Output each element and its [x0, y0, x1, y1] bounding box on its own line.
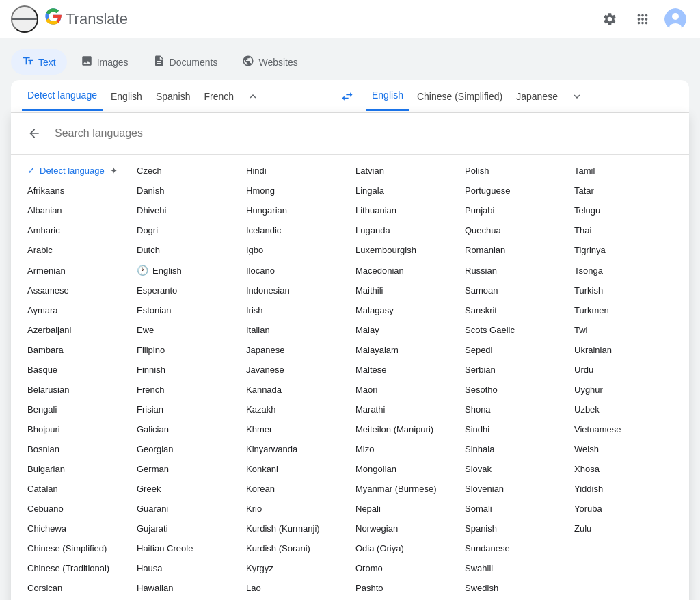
source-chevron-button[interactable] [242, 86, 264, 107]
list-item[interactable]: Yiddish [569, 479, 678, 499]
list-item[interactable]: Assamese [22, 281, 131, 300]
list-item[interactable]: Samoan [459, 281, 569, 300]
list-item[interactable]: Indonesian [241, 281, 350, 300]
list-item[interactable]: Sepedi [459, 340, 569, 360]
list-item[interactable]: Ewe [131, 320, 241, 340]
list-item[interactable]: Maithili [350, 281, 459, 300]
tab-documents[interactable]: Documents [142, 49, 229, 75]
swap-languages-button[interactable] [334, 83, 361, 110]
list-item[interactable]: Bulgarian [22, 459, 131, 479]
list-item[interactable]: Catalan [22, 479, 131, 499]
list-item[interactable]: Portuguese [459, 181, 569, 200]
list-item[interactable]: Scots Gaelic [459, 320, 569, 340]
list-item[interactable]: Latvian [350, 160, 459, 181]
list-item[interactable]: Welsh [569, 439, 678, 459]
list-item[interactable]: Ilocano [241, 260, 350, 281]
list-item[interactable]: Igbo [241, 240, 350, 260]
list-item[interactable]: Turkish [569, 281, 678, 300]
list-item[interactable]: Nepali [350, 499, 459, 519]
list-item[interactable]: Luxembourgish [350, 240, 459, 260]
list-item[interactable]: Korean [241, 479, 350, 499]
account-button[interactable] [662, 5, 689, 33]
list-item[interactable]: Finnish [131, 360, 241, 380]
tab-images[interactable]: Images [70, 49, 139, 75]
list-item[interactable]: Amharic [22, 220, 131, 240]
list-item[interactable]: Slovak [459, 459, 569, 479]
list-item[interactable]: Odia (Oriya) [350, 538, 459, 558]
list-item[interactable]: Krio [241, 499, 350, 519]
list-item[interactable]: Slovenian [459, 479, 569, 499]
list-item[interactable]: Hausa [131, 558, 241, 578]
list-item[interactable]: Xhosa [569, 459, 678, 479]
list-item[interactable]: Turkmen [569, 300, 678, 320]
target-chevron-button[interactable] [566, 86, 588, 107]
list-item[interactable]: Swahili [459, 558, 569, 578]
list-item[interactable]: Galician [131, 419, 241, 439]
list-item[interactable]: ✓Detect language✦ [22, 160, 131, 181]
hamburger-menu-button[interactable] [11, 5, 38, 33]
list-item[interactable]: Czech [131, 160, 241, 181]
list-item[interactable]: Javanese [241, 360, 350, 380]
list-item[interactable]: Georgian [131, 439, 241, 459]
list-item[interactable]: Vietnamese [569, 419, 678, 439]
list-item[interactable]: Russian [459, 260, 569, 281]
list-item[interactable]: Kinyarwanda [241, 439, 350, 459]
list-item[interactable]: Telugu [569, 200, 678, 220]
list-item[interactable]: Thai [569, 220, 678, 240]
list-item[interactable]: Shona [459, 400, 569, 419]
list-item[interactable]: Bambara [22, 340, 131, 360]
list-item[interactable]: Bosnian [22, 439, 131, 459]
target-english-button[interactable]: English [366, 81, 409, 111]
list-item[interactable]: Kazakh [241, 400, 350, 419]
list-item[interactable]: Kyrgyz [241, 558, 350, 578]
list-item[interactable]: Kannada [241, 380, 350, 400]
list-item[interactable]: Hungarian [241, 200, 350, 220]
list-item[interactable]: Twi [569, 320, 678, 340]
list-item[interactable]: Gujarati [131, 519, 241, 538]
list-item[interactable]: Swedish [459, 578, 569, 598]
list-item[interactable]: Sinhala [459, 439, 569, 459]
list-item[interactable]: Malay [350, 320, 459, 340]
list-item[interactable]: Sindhi [459, 419, 569, 439]
list-item[interactable]: Haitian Creole [131, 538, 241, 558]
list-item[interactable]: Sundanese [459, 538, 569, 558]
list-item[interactable]: Lao [241, 578, 350, 598]
target-japanese-button[interactable]: Japanese [511, 83, 563, 110]
list-item[interactable]: Urdu [569, 360, 678, 380]
list-item[interactable]: Tigrinya [569, 240, 678, 260]
list-item[interactable]: Arabic [22, 240, 131, 260]
list-item[interactable]: French [131, 380, 241, 400]
source-french-button[interactable]: French [198, 83, 239, 110]
list-item[interactable]: Marathi [350, 400, 459, 419]
list-item[interactable]: Chichewa [22, 519, 131, 538]
list-item[interactable]: Konkani [241, 459, 350, 479]
list-item[interactable]: Azerbaijani [22, 320, 131, 340]
list-item[interactable]: Irish [241, 300, 350, 320]
list-item[interactable]: Afrikaans [22, 181, 131, 200]
list-item[interactable]: German [131, 459, 241, 479]
list-item[interactable]: Luganda [350, 220, 459, 240]
list-item[interactable]: Punjabi [459, 200, 569, 220]
list-item[interactable]: Belarusian [22, 380, 131, 400]
list-item[interactable]: Japanese [241, 340, 350, 360]
list-item[interactable]: Quechua [459, 220, 569, 240]
list-item[interactable]: Dhivehi [131, 200, 241, 220]
list-item[interactable]: Oromo [350, 558, 459, 578]
list-item[interactable]: Sesotho [459, 380, 569, 400]
list-item[interactable]: Malayalam [350, 340, 459, 360]
list-item[interactable]: Italian [241, 320, 350, 340]
list-item[interactable]: Pashto [350, 578, 459, 598]
list-item[interactable]: Meiteilon (Manipuri) [350, 419, 459, 439]
list-item[interactable]: Hindi [241, 160, 350, 181]
list-item[interactable]: Danish [131, 181, 241, 200]
google-apps-button[interactable] [629, 5, 656, 33]
list-item[interactable]: Somali [459, 499, 569, 519]
list-item[interactable]: Mizo [350, 439, 459, 459]
source-english-button[interactable]: English [105, 83, 148, 110]
list-item[interactable]: Romanian [459, 240, 569, 260]
list-item[interactable]: Sanskrit [459, 300, 569, 320]
list-item[interactable]: Kurdish (Sorani) [241, 538, 350, 558]
list-item[interactable]: Dogri [131, 220, 241, 240]
list-item[interactable]: Chinese (Traditional) [22, 558, 131, 578]
list-item[interactable]: Basque [22, 360, 131, 380]
